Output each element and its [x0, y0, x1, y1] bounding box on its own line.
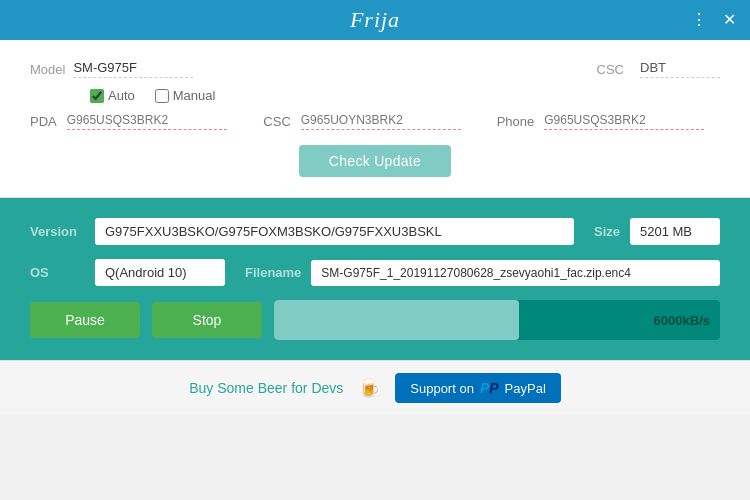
csc-value: DBT: [640, 60, 720, 78]
version-label: Version: [30, 224, 85, 239]
more-button[interactable]: ⋮: [687, 8, 711, 32]
csc-field: CSC DBT: [375, 60, 720, 78]
beer-text: Buy Some Beer for Devs: [189, 380, 343, 396]
bottom-panel: Version Size OS Filename Pause Stop 6000…: [0, 198, 750, 360]
filename-label: Filename: [245, 265, 301, 280]
filename-input[interactable]: [311, 260, 720, 286]
manual-label: Manual: [173, 88, 216, 103]
csc-label: CSC: [597, 62, 624, 77]
manual-checkbox[interactable]: [155, 89, 169, 103]
csc-input[interactable]: [301, 113, 461, 130]
phone-label: Phone: [497, 114, 535, 129]
size-label: Size: [594, 224, 620, 239]
model-row: Model SM-G975F CSC DBT: [30, 60, 720, 78]
os-input[interactable]: [95, 259, 225, 286]
version-input[interactable]: [95, 218, 574, 245]
title-bar-controls: ⋮ ✕: [687, 8, 740, 32]
title-bar: Frija ⋮ ✕: [0, 0, 750, 40]
size-input[interactable]: [630, 218, 720, 245]
stop-button[interactable]: Stop: [152, 302, 262, 338]
os-label: OS: [30, 265, 85, 280]
progress-bar: 6000kB/s: [274, 300, 720, 340]
phone-field: Phone: [497, 113, 720, 130]
os-row: OS Filename: [30, 259, 720, 286]
app-title: Frija: [350, 7, 400, 33]
model-label: Model: [30, 62, 65, 77]
beer-icon: 🍺: [358, 377, 380, 399]
footer: Buy Some Beer for Devs 🍺 Support on PP P…: [0, 360, 750, 415]
auto-manual-row: Auto Manual: [30, 88, 720, 103]
manual-checkbox-label[interactable]: Manual: [155, 88, 216, 103]
model-value: SM-G975F: [73, 60, 193, 78]
phone-input[interactable]: [544, 113, 704, 130]
close-button[interactable]: ✕: [719, 8, 740, 32]
pda-field: PDA: [30, 113, 253, 130]
paypal-text: PayPal: [505, 381, 546, 396]
auto-checkbox-label[interactable]: Auto: [90, 88, 135, 103]
paypal-button[interactable]: Support on PP PayPal: [395, 373, 561, 403]
checkbox-group: Auto Manual: [90, 88, 215, 103]
version-row: Version Size: [30, 218, 720, 245]
action-row: Pause Stop 6000kB/s: [30, 300, 720, 340]
model-field: Model SM-G975F: [30, 60, 375, 78]
top-panel: Model SM-G975F CSC DBT Auto Manual PDA C…: [0, 40, 750, 198]
progress-bar-fill: [274, 300, 519, 340]
support-text: Support on: [410, 381, 474, 396]
auto-checkbox[interactable]: [90, 89, 104, 103]
check-update-button[interactable]: Check Update: [299, 145, 451, 177]
csc-input-field: CSC: [263, 113, 486, 130]
pda-row: PDA CSC Phone: [30, 113, 720, 130]
pause-button[interactable]: Pause: [30, 302, 140, 338]
pda-input[interactable]: [67, 113, 227, 130]
progress-text: 6000kB/s: [654, 313, 710, 328]
auto-label: Auto: [108, 88, 135, 103]
paypal-icon: PP: [480, 380, 499, 396]
csc-input-label: CSC: [263, 114, 290, 129]
pda-label: PDA: [30, 114, 57, 129]
